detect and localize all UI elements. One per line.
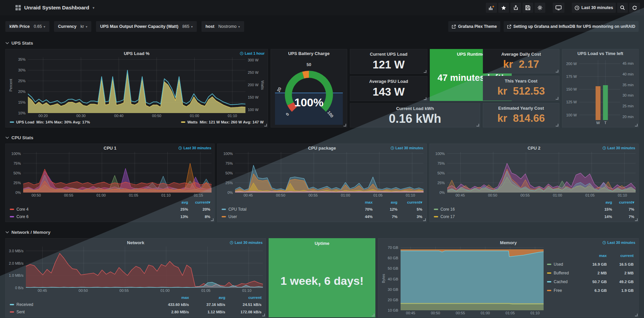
legend-sort-header[interactable]: max	[348, 200, 373, 204]
title-caret-icon[interactable]: ▾	[93, 6, 95, 10]
series-swatch[interactable]	[434, 209, 438, 210]
save-icon	[525, 5, 531, 10]
panel-title[interactable]: UPS Load vs Time left	[565, 51, 636, 57]
legend: avgcurrent▾Core 1615%7%Core 1714%7%	[432, 198, 636, 221]
panel-title[interactable]: Memory	[381, 240, 636, 247]
memory-plot[interactable]	[401, 247, 544, 310]
series-swatch[interactable]	[10, 209, 14, 210]
series-name[interactable]: Free	[554, 288, 562, 293]
panel-title[interactable]: Average PSU Load	[353, 79, 424, 84]
cycle-view-button[interactable]	[553, 3, 564, 13]
series-value: 13%	[166, 215, 188, 219]
series-name[interactable]: Received	[16, 302, 33, 307]
series-name[interactable]: Core 17	[441, 214, 455, 219]
series-name[interactable]: Core 16	[441, 207, 455, 212]
series-swatch[interactable]	[10, 304, 14, 305]
cpu1-plot[interactable]	[23, 152, 212, 193]
series-name[interactable]: CPU Total	[228, 207, 246, 212]
legend-sort-header[interactable]: current	[225, 296, 262, 300]
legend-item[interactable]: UPS Load Min: 14% Max: 30% Avg: 17%	[10, 120, 90, 124]
series-name[interactable]: Core 6	[16, 214, 29, 219]
bar-plot[interactable]	[579, 60, 620, 120]
y-axis-labels: 35%30%25%20%15%10%	[13, 57, 28, 113]
series-name[interactable]: User	[228, 214, 237, 219]
dashboard-grid-icon[interactable]	[15, 5, 21, 10]
section-header-ups-stats[interactable]: UPS Stats	[0, 37, 644, 49]
panel-title[interactable]: Current Load kWh	[353, 106, 477, 111]
panel-memory: Memory Last 30 minutes Bytes 70 GB60 GB5…	[378, 238, 639, 317]
ups-load-plot[interactable]	[28, 57, 245, 113]
share-button[interactable]	[510, 3, 521, 13]
series-swatch[interactable]	[222, 209, 226, 210]
legend-sort-header[interactable]: avg	[189, 296, 225, 300]
legend-sort-header[interactable]: current▾	[398, 200, 422, 205]
section-header-cpu-stats[interactable]: CPU Stats	[0, 131, 644, 144]
add-panel-button[interactable]	[486, 3, 497, 13]
variable-label: kWh Price	[9, 24, 30, 29]
legend-item[interactable]: Watts Min: 121 W Max: 260 W Avg: 147 W	[181, 120, 264, 124]
series-name[interactable]: Cached	[554, 279, 567, 284]
section-header-network-memory[interactable]: Network / Memory	[0, 226, 644, 238]
series-name[interactable]: Used	[554, 262, 563, 267]
series-value: 8%	[188, 215, 210, 219]
y-axis-labels: 200 W175 W150 W125 W100 W	[565, 60, 579, 120]
cpu-package-plot[interactable]	[235, 152, 423, 193]
chevron-down-icon	[5, 231, 9, 233]
clock-icon	[240, 52, 243, 55]
panel-title[interactable]: Estimated Yearly Cost	[486, 106, 556, 111]
link-grafana-plex-theme[interactable]: Grafana Plex Theme	[448, 21, 500, 32]
time-range-picker[interactable]: Last 30 minutes	[572, 3, 616, 13]
legend-sort-header[interactable]: avg	[166, 200, 188, 204]
series-swatch[interactable]	[10, 311, 14, 313]
refresh-button[interactable]	[629, 3, 640, 13]
legend-sort-header[interactable]: max	[580, 254, 607, 258]
series-swatch[interactable]	[547, 264, 551, 265]
series-value: 15%	[590, 207, 612, 211]
panel-title[interactable]: Network	[8, 240, 263, 247]
network-plot[interactable]	[26, 247, 263, 288]
series-name[interactable]: Core 4	[16, 207, 29, 212]
series-swatch[interactable]	[10, 216, 14, 217]
save-button[interactable]	[522, 3, 533, 13]
panel-current-ups-load: Current UPS Load 121 W	[350, 49, 427, 74]
series-swatch[interactable]	[547, 272, 551, 274]
series-swatch[interactable]	[547, 281, 551, 282]
variable-ups-max-output[interactable]: UPS Max Output Power Capacity (Watt) 865…	[96, 21, 197, 32]
panel-title[interactable]: Current UPS Load	[353, 52, 424, 57]
link-label: Setting up Grafana and InfluxDB for UPS …	[513, 24, 635, 29]
panel-title[interactable]: Uptime	[272, 241, 372, 246]
link-grafana-influxdb-guide[interactable]: Setting up Grafana and InfluxDB for UPS …	[504, 21, 639, 32]
clock-icon	[574, 5, 580, 10]
variable-kwh-price[interactable]: kWh Price 0.65▾	[5, 21, 49, 32]
variable-label: host	[205, 24, 214, 29]
zoom-out-button[interactable]	[617, 3, 628, 13]
cpu2-plot[interactable]	[447, 152, 636, 193]
legend-sort-header[interactable]: current▾	[188, 200, 210, 205]
star-button[interactable]	[498, 3, 509, 13]
row-network-memory: Network Last 30 minutes 3.0 MB/s2.0 MB/s…	[0, 238, 644, 317]
panel-title[interactable]: Average Daily Cost	[486, 52, 556, 57]
dashboard-title[interactable]: Unraid System Dashboard	[24, 5, 89, 11]
series-swatch[interactable]	[434, 216, 438, 217]
legend-sort-header[interactable]: avg	[373, 200, 398, 204]
legend: maxcurrentUsed16.9 GB16.5 GBBuffered2 MB…	[544, 247, 636, 316]
variable-host[interactable]: host Nostromo▾	[201, 21, 244, 32]
legend-sort-header[interactable]: avg	[590, 200, 612, 204]
legend-sort-header[interactable]: current	[607, 254, 634, 258]
legend: UPS Load Min: 14% Max: 30% Avg: 17%Watts…	[8, 119, 265, 126]
legend-sort-header[interactable]: current▾	[612, 200, 634, 205]
variable-currency[interactable]: Currency kr▾	[54, 21, 91, 32]
ups-mid-column: Current UPS Load 121 W Average PSU Load …	[350, 49, 480, 127]
series-swatch[interactable]	[547, 290, 551, 291]
panel-title[interactable]: UPS Load %	[8, 51, 265, 57]
panel-title[interactable]: UPS Battery Charge	[274, 51, 344, 57]
series-name[interactable]: Buffered	[554, 271, 569, 275]
stat-value: kr 512.53	[486, 84, 556, 99]
series-name[interactable]: Sent	[16, 310, 25, 314]
series-value: 14%	[590, 215, 612, 219]
series-value: 7%	[612, 207, 634, 211]
panel-title[interactable]: This Years Cost	[486, 78, 556, 84]
settings-button[interactable]	[535, 3, 545, 13]
series-swatch[interactable]	[222, 216, 226, 217]
legend-sort-header[interactable]: max	[153, 296, 189, 300]
